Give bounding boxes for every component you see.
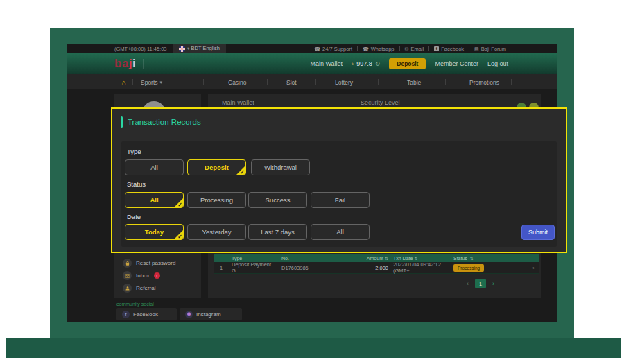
type-deposit-button[interactable]: Deposit ✓ xyxy=(187,159,246,175)
sidebar-item-label: Reset password xyxy=(136,260,175,266)
row-amount: 2,000 xyxy=(358,265,388,271)
sidebar-item-label: Referral xyxy=(136,285,155,291)
header-account-area: Main Wallet ৳ 997.8 ↻ Deposit Member Cen… xyxy=(310,58,508,69)
page-1-button[interactable]: 1 xyxy=(475,279,486,288)
deposit-button[interactable]: Deposit xyxy=(389,58,426,69)
pagination: ‹ 1 › xyxy=(467,279,494,288)
divider xyxy=(399,46,400,51)
col-type: Type xyxy=(229,256,280,261)
forum-link[interactable]: ▤ Baji Forum xyxy=(474,46,506,52)
col-status[interactable]: Status⇅ xyxy=(449,256,513,261)
status-success-button[interactable]: Success xyxy=(248,192,307,208)
main-nav: ⌂ Sports▾ Casino Slot Lottery Table Prom… xyxy=(67,74,557,90)
nav-lottery[interactable]: Lottery xyxy=(335,74,353,90)
home-icon: ⌂ xyxy=(121,78,126,87)
member-center-link[interactable]: Member Center xyxy=(435,60,478,67)
type-filter-label: Type xyxy=(127,148,141,155)
pill-label: Last 7 days xyxy=(261,228,295,236)
nav-label: Lottery xyxy=(335,79,353,86)
divider xyxy=(143,59,144,69)
check-icon: ✓ xyxy=(177,234,182,240)
forum-label: Baji Forum xyxy=(481,46,506,52)
type-all-button[interactable]: All xyxy=(125,159,184,175)
site-header: baji Main Wallet ৳ 997.8 ↻ Deposit Membe… xyxy=(67,53,557,74)
row-chevron-icon[interactable]: › xyxy=(532,265,535,271)
row-index: 1 xyxy=(214,265,229,271)
wallet-balance: ৳ 997.8 ↻ xyxy=(352,60,380,67)
taka-currency-icon: ৳ xyxy=(352,60,354,67)
filter-panel: Type All Deposit ✓ Withdrawal Status All… xyxy=(121,141,557,247)
whatsapp-link[interactable]: ☎ Whatsapp xyxy=(363,46,395,52)
pill-label: All xyxy=(150,164,158,171)
nav-home[interactable]: ⌂ xyxy=(121,74,126,90)
transaction-records-modal: Transaction Records Type All Deposit ✓ W… xyxy=(111,107,567,253)
lock-icon xyxy=(123,259,132,268)
nav-table[interactable]: Table xyxy=(407,74,421,90)
status-fail-button[interactable]: Fail xyxy=(311,192,370,208)
date-today-button[interactable]: Today ✓ xyxy=(125,224,184,240)
inbox-icon xyxy=(123,271,132,280)
facebook-link[interactable]: f Facebook xyxy=(434,46,464,52)
sidebar-item-label: Inbox xyxy=(136,272,150,279)
sidebar-item-reset-password[interactable]: Reset password xyxy=(123,259,175,268)
divider xyxy=(357,46,358,51)
status-processing-button[interactable]: Processing xyxy=(187,192,246,208)
language-currency-selector[interactable]: ৳ BDT English xyxy=(173,44,227,53)
facebook-icon: f xyxy=(122,311,130,318)
locale-label: ৳ BDT English xyxy=(188,45,220,52)
next-page-icon[interactable]: › xyxy=(492,280,494,287)
baji-logo[interactable]: baji xyxy=(114,57,136,71)
sidebar-item-referral[interactable]: Referral xyxy=(123,284,155,293)
pill-label: All xyxy=(336,228,344,236)
type-withdrawal-button[interactable]: Withdrawal xyxy=(251,159,310,175)
nav-label: Slot xyxy=(286,79,297,86)
sidebar-item-inbox[interactable]: Inbox 1 xyxy=(123,271,160,280)
email-icon: ✉ xyxy=(405,46,409,51)
submit-button[interactable]: Submit xyxy=(521,225,555,240)
nav-sports[interactable]: Sports▾ xyxy=(141,74,162,90)
col-amount[interactable]: Amount⇅ xyxy=(358,256,388,261)
facebook-icon: f xyxy=(434,46,439,51)
social-label: Instagram xyxy=(196,311,221,318)
logout-link[interactable]: Log out xyxy=(487,60,508,67)
social-label: FaceBook xyxy=(133,311,158,318)
pill-label: Withdrawal xyxy=(264,164,297,171)
pill-label: All xyxy=(150,196,158,204)
row-status: Processing xyxy=(449,264,513,272)
col-label: Status xyxy=(453,256,467,261)
date-all-button[interactable]: All xyxy=(311,224,370,240)
table-row[interactable]: 1 Deposit Payment G... D17603986 2,000 2… xyxy=(214,262,539,274)
nav-label: Promotions xyxy=(469,79,499,86)
divider xyxy=(267,79,268,85)
refresh-balance-icon[interactable]: ↻ xyxy=(375,60,381,67)
pill-label: Deposit xyxy=(205,164,229,171)
email-link[interactable]: ✉ Email xyxy=(405,46,424,52)
chevron-down-icon: ▾ xyxy=(160,80,163,85)
support-link[interactable]: ☎ 24/7 Support xyxy=(314,46,352,52)
nav-promotions[interactable]: Promotions xyxy=(469,74,499,90)
col-txn-date[interactable]: Txn Date⇅ xyxy=(388,256,449,261)
divider xyxy=(315,79,316,85)
pill-label: Yesterday xyxy=(202,228,232,236)
inbox-badge: 1 xyxy=(154,272,160,279)
col-label: Amount xyxy=(367,256,383,261)
uk-flag-icon xyxy=(179,46,185,52)
nav-casino[interactable]: Casino xyxy=(228,74,246,90)
logo-text: i xyxy=(132,57,136,70)
sort-icon[interactable]: ⇅ xyxy=(414,257,417,261)
facebook-social-button[interactable]: f FaceBook xyxy=(116,308,177,320)
main-wallet-link[interactable]: Main Wallet xyxy=(310,60,343,67)
nav-slot[interactable]: Slot xyxy=(286,74,297,90)
prev-page-icon[interactable]: ‹ xyxy=(467,280,469,287)
date-yesterday-button[interactable]: Yesterday xyxy=(187,224,246,240)
date-last7days-button[interactable]: Last 7 days xyxy=(248,224,307,240)
row-type: Deposit Payment G... xyxy=(229,261,280,274)
main-wallet-label: Main Wallet xyxy=(222,99,254,106)
transaction-table: Type No. Amount⇅ Txn Date⇅ Status⇅ 1 Dep… xyxy=(214,254,539,274)
status-all-button[interactable]: All ✓ xyxy=(125,192,184,208)
referral-icon xyxy=(123,284,132,293)
divider xyxy=(132,79,133,85)
date-filter-label: Date xyxy=(127,213,141,220)
instagram-social-button[interactable]: ◉ Instagram xyxy=(180,308,242,320)
sort-icon[interactable]: ⇅ xyxy=(470,256,474,261)
